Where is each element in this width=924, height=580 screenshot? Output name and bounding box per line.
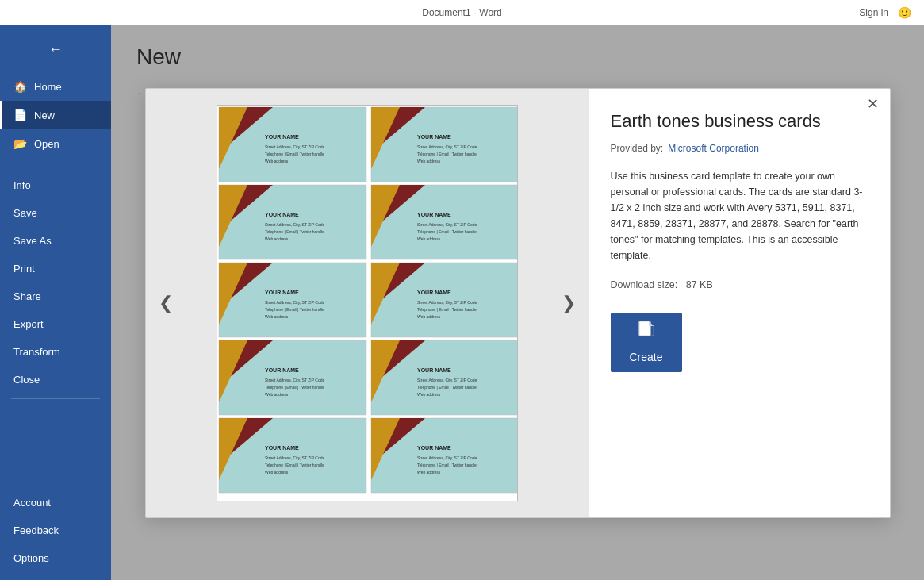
svg-text:Web address: Web address [265, 314, 289, 319]
svg-text:Telephone | Email | Twitter ha: Telephone | Email | Twitter handle [417, 385, 477, 390]
sidebar-item-options[interactable]: Options [0, 544, 111, 572]
svg-text:YOUR NAME: YOUR NAME [265, 134, 299, 140]
sidebar-nav-top: 🏠 Home 📄 New 📂 Open [0, 72, 111, 158]
sidebar-back-button[interactable]: ← [40, 33, 71, 65]
download-size-value: 87 KB [686, 279, 713, 290]
template-preview-image: YOUR NAME Street Address, City, ST ZIP C… [217, 105, 518, 501]
sidebar-item-info[interactable]: Info [0, 171, 111, 199]
svg-text:YOUR NAME: YOUR NAME [417, 445, 451, 451]
sidebar-item-save-label: Save [13, 207, 37, 219]
template-info-panel: Earth tones business cards Provided by: … [589, 89, 890, 517]
sidebar-item-print[interactable]: Print [0, 255, 111, 282]
sidebar-item-home[interactable]: 🏠 Home [0, 72, 111, 101]
sidebar-item-print-label: Print [13, 263, 35, 275]
svg-text:Web address: Web address [265, 236, 289, 241]
svg-text:YOUR NAME: YOUR NAME [417, 212, 451, 217]
modal-close-button[interactable]: ✕ [867, 97, 879, 111]
sidebar-item-export-label: Export [13, 318, 44, 330]
sidebar-item-info-label: Info [13, 179, 31, 191]
svg-text:Web address: Web address [417, 159, 441, 163]
sidebar-item-save[interactable]: Save [0, 199, 111, 227]
svg-text:YOUR NAME: YOUR NAME [265, 290, 299, 295]
create-doc-icon [638, 321, 655, 346]
sidebar-item-export[interactable]: Export [0, 310, 111, 338]
svg-text:Web address: Web address [417, 236, 441, 241]
svg-text:Web address: Web address [417, 314, 441, 319]
svg-text:Web address: Web address [417, 392, 441, 397]
svg-text:Telephone | Email | Twitter ha: Telephone | Email | Twitter handle [265, 385, 324, 390]
svg-text:Street Address, City, ST ZIP C: Street Address, City, ST ZIP Code [417, 378, 477, 382]
download-size: Download size: 87 KB [611, 279, 868, 290]
svg-text:Telephone | Email | Twitter ha: Telephone | Email | Twitter handle [265, 152, 324, 156]
sidebar-item-close[interactable]: Close [0, 366, 111, 394]
sidebar-item-new[interactable]: 📄 New [0, 101, 111, 129]
sidebar-item-save-as[interactable]: Save As [0, 227, 111, 255]
svg-text:Telephone | Email | Twitter ha: Telephone | Email | Twitter handle [265, 307, 324, 312]
template-description: Use this business card template to creat… [611, 168, 868, 263]
svg-text:Web address: Web address [265, 392, 289, 397]
sidebar-item-transform-label: Transform [13, 346, 60, 358]
svg-text:Street Address, City, ST ZIP C: Street Address, City, ST ZIP Code [265, 300, 325, 305]
template-title: Earth tones business cards [611, 111, 868, 132]
svg-text:Telephone | Email | Twitter ha: Telephone | Email | Twitter handle [417, 229, 477, 234]
home-icon: 🏠 [13, 80, 26, 93]
smiley-icon: 🙂 [898, 6, 911, 19]
svg-text:Telephone | Email | Twitter ha: Telephone | Email | Twitter handle [417, 463, 477, 467]
new-doc-icon: 📄 [13, 109, 26, 121]
sidebar-item-transform[interactable]: Transform [0, 338, 111, 366]
preview-prev-button[interactable]: ❮ [152, 286, 179, 320]
preview-panel: ❮ YOUR NAME Street Address, City, ST ZIP… [146, 89, 589, 517]
svg-text:YOUR NAME: YOUR NAME [417, 134, 451, 140]
sidebar-divider-1 [11, 163, 100, 163]
svg-text:Telephone | Email | Twitter ha: Telephone | Email | Twitter handle [265, 463, 324, 467]
business-card-svg: YOUR NAME Street Address, City, ST ZIP C… [217, 106, 518, 501]
svg-text:YOUR NAME: YOUR NAME [265, 367, 299, 373]
sidebar-item-share[interactable]: Share [0, 282, 111, 310]
svg-text:Street Address, City, ST ZIP C: Street Address, City, ST ZIP Code [417, 300, 477, 305]
sidebar-item-account[interactable]: Account [0, 489, 111, 517]
sidebar-item-home-label: Home [34, 81, 62, 93]
back-arrow-icon: ← [48, 41, 63, 58]
template-modal: ✕ ❮ YOUR NAME Street [145, 88, 891, 518]
sidebar-nav-bottom: Account Feedback Options [0, 489, 111, 580]
provided-by-label: Provided by: [611, 143, 664, 154]
sidebar: ← 🏠 Home 📄 New 📂 Open Info Save [0, 25, 111, 580]
sidebar-divider-2 [11, 398, 100, 399]
sidebar-item-account-label: Account [13, 497, 51, 509]
sidebar-item-options-label: Options [13, 552, 49, 564]
svg-text:Web address: Web address [265, 159, 289, 163]
sidebar-item-close-label: Close [13, 374, 40, 386]
svg-text:Street Address, City, ST ZIP C: Street Address, City, ST ZIP Code [265, 144, 325, 149]
sidebar-item-share-label: Share [13, 290, 41, 302]
sidebar-item-save-as-label: Save As [13, 235, 52, 247]
svg-text:Telephone | Email | Twitter ha: Telephone | Email | Twitter handle [265, 229, 324, 234]
svg-text:Telephone | Email | Twitter ha: Telephone | Email | Twitter handle [417, 307, 477, 312]
svg-text:Web address: Web address [265, 470, 289, 474]
svg-text:YOUR NAME: YOUR NAME [417, 367, 451, 373]
download-label: Download size: [611, 279, 678, 290]
create-button[interactable]: Create [611, 313, 682, 372]
document-title: Document1 - Word [422, 7, 501, 18]
svg-text:YOUR NAME: YOUR NAME [265, 445, 299, 451]
provided-by: Provided by: Microsoft Corporation [611, 143, 868, 154]
create-label: Create [629, 351, 662, 363]
svg-rect-72 [639, 321, 649, 336]
sidebar-item-new-label: New [34, 109, 55, 121]
preview-next-button[interactable]: ❯ [555, 286, 582, 320]
svg-text:YOUR NAME: YOUR NAME [265, 212, 299, 217]
svg-text:Street Address, City, ST ZIP C: Street Address, City, ST ZIP Code [417, 222, 477, 227]
app-body: ← 🏠 Home 📄 New 📂 Open Info Save [0, 25, 924, 580]
sidebar-nav-mid: Info Save Save As Print Share Export Tra… [0, 171, 111, 394]
provider-link[interactable]: Microsoft Corporation [668, 143, 759, 154]
title-bar: Document1 - Word Sign in 🙂 [0, 0, 924, 25]
sidebar-item-feedback-label: Feedback [13, 524, 59, 536]
open-folder-icon: 📂 [13, 137, 26, 150]
svg-text:Street Address, City, ST ZIP C: Street Address, City, ST ZIP Code [417, 455, 477, 460]
svg-text:Street Address, City, ST ZIP C: Street Address, City, ST ZIP Code [265, 455, 325, 460]
sign-in-button[interactable]: Sign in [859, 7, 888, 18]
sidebar-item-open[interactable]: 📂 Open [0, 129, 111, 158]
svg-text:Street Address, City, ST ZIP C: Street Address, City, ST ZIP Code [417, 144, 477, 149]
sidebar-item-feedback[interactable]: Feedback [0, 517, 111, 544]
svg-text:Telephone | Email | Twitter ha: Telephone | Email | Twitter handle [417, 152, 477, 156]
svg-text:YOUR NAME: YOUR NAME [417, 290, 451, 295]
